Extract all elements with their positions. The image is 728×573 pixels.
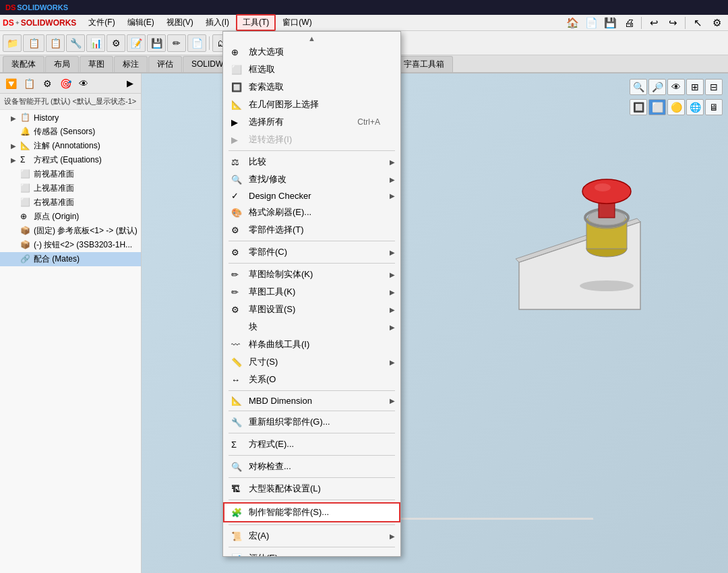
dd-format-painter[interactable]: 🎨 格式涂刷器(E)... <box>223 204 400 221</box>
sep-4 <box>229 390 395 391</box>
dd-find-modify[interactable]: 🔍 查找/修改 ▶ <box>223 171 400 188</box>
sep-5 <box>229 411 395 411</box>
block-icon <box>231 322 245 332</box>
dd-macro[interactable]: 📜 宏(A) ▶ <box>223 527 400 545</box>
invert-select-icon: ▶ <box>231 135 245 145</box>
design-checker-icon: ✓ <box>231 191 245 201</box>
dd-select-geometry[interactable]: 📐 在几何图形上选择 <box>223 96 400 113</box>
dd-invert-select: ▶ 逆转选择(I) <box>223 131 400 148</box>
relations-icon: ↔ <box>231 375 245 385</box>
dd-large-assembly[interactable]: 🏗 大型装配体设置(L) <box>223 480 400 497</box>
dd-select-all[interactable]: ▶ 选择所有 Ctrl+A <box>223 113 400 131</box>
find-modify-arrow: ▶ <box>390 176 395 183</box>
dimension-arrow: ▶ <box>390 359 395 366</box>
dd-compare[interactable]: ⚖ 比较 ▶ <box>223 153 400 171</box>
smart-part-icon: 🧩 <box>231 508 245 518</box>
dd-relations[interactable]: ↔ 关系(O <box>223 371 400 388</box>
macro-arrow: ▶ <box>390 533 395 540</box>
dd-sketch-entity[interactable]: ✏ 草图绘制实体(K) ▶ <box>223 266 400 283</box>
sketch-entity-icon: ✏ <box>231 270 245 280</box>
sep-3 <box>229 263 395 264</box>
sketch-settings-icon: ⚙ <box>231 305 245 315</box>
dd-component-select[interactable]: ⚙ 零部件选择(T) <box>223 221 400 239</box>
sep-6 <box>229 433 395 433</box>
dd-component[interactable]: ⚙ 零部件(C) ▶ <box>223 243 400 261</box>
zoom-icon: ⊕ <box>231 47 245 57</box>
evaluate-icon: 📊 <box>231 553 245 557</box>
dd-dimension[interactable]: 📏 尺寸(S) ▶ <box>223 353 400 371</box>
dd-design-checker[interactable]: ✓ Design Checker ▶ <box>223 188 400 204</box>
sketch-tools-icon: ✏ <box>231 287 245 297</box>
box-select-icon: ⬜ <box>231 65 245 75</box>
dd-mbd-dimension[interactable]: 📐 MBD Dimension ▶ <box>223 393 400 409</box>
compare-arrow: ▶ <box>390 158 395 166</box>
select-all-icon: ▶ <box>231 117 245 127</box>
sep-8 <box>229 477 395 478</box>
design-checker-arrow: ▶ <box>390 192 395 200</box>
dd-reorganize[interactable]: 🔧 重新组织零部件(G)... <box>223 413 400 431</box>
dropdown-menu: ▲ ⊕ 放大选项 ⬜ 框选取 🔲 套索选取 📐 在几何图形上选择 ▶ 选择所有 … <box>222 31 401 557</box>
select-all-shortcut: Ctrl+A <box>357 117 380 127</box>
dd-sketch-tools[interactable]: ✏ 草图工具(K) ▶ <box>223 283 400 301</box>
dd-symmetry-check[interactable]: 🔍 对称检查... <box>223 458 400 475</box>
reorganize-icon: 🔧 <box>231 417 245 427</box>
evaluate-arrow: ▶ <box>390 555 395 557</box>
format-painter-icon: 🎨 <box>231 208 245 218</box>
dd-make-smart-part[interactable]: 🧩 制作智能零部件(S)... <box>223 502 400 522</box>
dd-box-select[interactable]: ⬜ 框选取 <box>223 61 400 78</box>
select-geom-icon: 📐 <box>231 100 245 110</box>
symmetry-icon: 🔍 <box>231 462 245 472</box>
mbd-icon: 📐 <box>231 396 245 406</box>
component-select-icon: ⚙ <box>231 225 245 235</box>
sketch-tools-arrow: ▶ <box>390 289 395 296</box>
sketch-settings-arrow: ▶ <box>390 306 395 313</box>
macro-icon: 📜 <box>231 531 245 541</box>
block-arrow: ▶ <box>390 324 395 331</box>
scroll-up[interactable]: ▲ <box>223 34 400 43</box>
dd-evaluate[interactable]: 📊 评估(E) ▶ <box>223 549 400 557</box>
sketch-entity-arrow: ▶ <box>390 271 395 278</box>
sep-7 <box>229 455 395 456</box>
component-icon: ⚙ <box>231 247 245 258</box>
large-assembly-icon: 🏗 <box>231 484 245 494</box>
dd-block[interactable]: 块 ▶ <box>223 318 400 336</box>
sep-11 <box>229 547 395 547</box>
dd-equations[interactable]: Σ 方程式(E)... <box>223 435 400 453</box>
sep-1 <box>229 150 395 151</box>
lasso-icon: 🔲 <box>231 82 245 92</box>
find-modify-icon: 🔍 <box>231 175 245 185</box>
equations-icon: Σ <box>231 440 245 450</box>
sep-9 <box>229 500 395 500</box>
compare-icon: ⚖ <box>231 157 245 167</box>
sep-10 <box>229 524 395 525</box>
sep-2 <box>229 241 395 241</box>
spline-tools-icon: 〰 <box>231 340 245 350</box>
dd-sketch-settings[interactable]: ⚙ 草图设置(S) ▶ <box>223 301 400 318</box>
dd-lasso[interactable]: 🔲 套索选取 <box>223 78 400 96</box>
dimension-icon: 📏 <box>231 357 245 367</box>
mbd-arrow: ▶ <box>390 397 395 404</box>
dd-spline-tools[interactable]: 〰 样条曲线工具(I) <box>223 336 400 353</box>
dd-zoom[interactable]: ⊕ 放大选项 <box>223 43 400 61</box>
component-arrow: ▶ <box>390 249 395 256</box>
